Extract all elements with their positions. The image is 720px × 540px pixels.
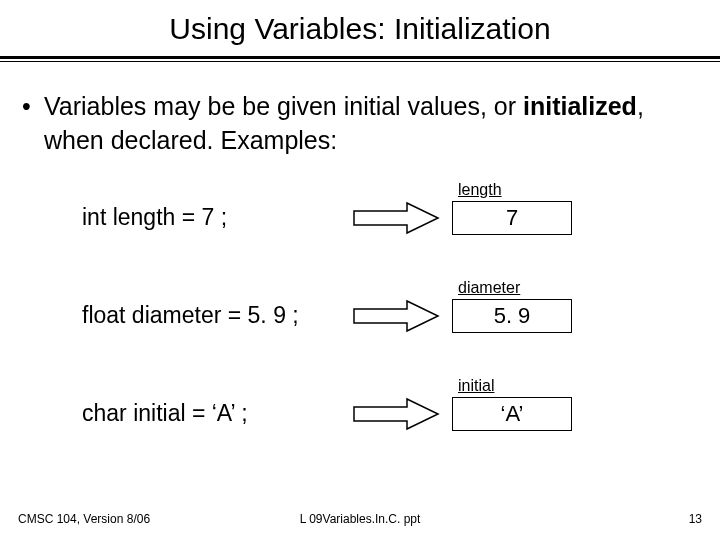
svg-marker-2: [354, 399, 438, 429]
value-box-label: length: [458, 181, 502, 199]
example-row: int length = 7 ; length 7: [82, 188, 698, 248]
svg-marker-0: [354, 203, 438, 233]
value-box: 7: [452, 201, 572, 235]
arrow-icon: [352, 201, 442, 235]
bullet-bold: initialized: [523, 92, 637, 120]
value-box-wrap: length 7: [452, 201, 592, 235]
value-box: 5. 9: [452, 299, 572, 333]
value-box-label: diameter: [458, 279, 520, 297]
footer-center: L 09Variables.In.C. ppt: [300, 512, 421, 526]
footer-left: CMSC 104, Version 8/06: [18, 512, 150, 526]
footer-right: 13: [689, 512, 702, 526]
example-row: float diameter = 5. 9 ; diameter 5. 9: [82, 286, 698, 346]
arrow-icon: [352, 299, 442, 333]
slide-title: Using Variables: Initialization: [0, 12, 720, 46]
arrow-cell: [342, 201, 452, 235]
bullet-marker: •: [22, 90, 44, 124]
value-box-wrap: initial ‘A’: [452, 397, 592, 431]
example-row: char initial = ‘A’ ; initial ‘A’: [82, 384, 698, 444]
arrow-cell: [342, 397, 452, 431]
code-snippet: char initial = ‘A’ ;: [82, 400, 342, 427]
bullet-text: Variables may be be given initial values…: [44, 90, 698, 158]
value-box-wrap: diameter 5. 9: [452, 299, 592, 333]
footer: CMSC 104, Version 8/06 L 09Variables.In.…: [18, 512, 702, 526]
code-snippet: int length = 7 ;: [82, 204, 342, 231]
title-area: Using Variables: Initialization: [0, 0, 720, 46]
bullet-text-1: Variables may be be given initial values…: [44, 92, 523, 120]
code-snippet: float diameter = 5. 9 ;: [82, 302, 342, 329]
svg-marker-1: [354, 301, 438, 331]
examples: int length = 7 ; length 7 float diameter…: [22, 188, 698, 444]
arrow-icon: [352, 397, 442, 431]
value-box: ‘A’: [452, 397, 572, 431]
body-area: • Variables may be be given initial valu…: [0, 62, 720, 444]
value-box-label: initial: [458, 377, 494, 395]
arrow-cell: [342, 299, 452, 333]
bullet-line: • Variables may be be given initial valu…: [22, 90, 698, 158]
